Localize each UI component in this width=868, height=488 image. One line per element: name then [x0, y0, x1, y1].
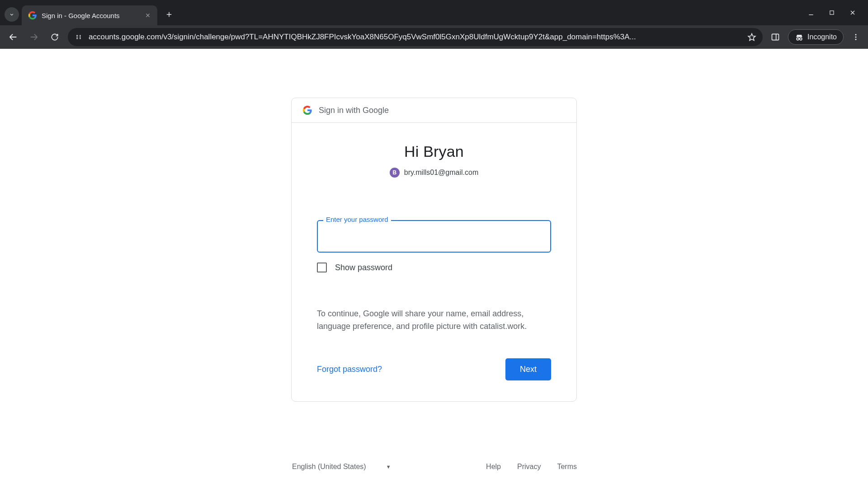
svg-point-5 — [797, 38, 799, 40]
language-label: English (United States) — [292, 463, 366, 471]
account-chip[interactable]: B bry.mills01@gmail.com — [317, 168, 551, 178]
page-viewport: Sign in with Google Hi Bryan B bry.mills… — [0, 49, 868, 488]
card-header-title: Sign in with Google — [319, 106, 389, 115]
language-selector[interactable]: English (United States) ▼ — [291, 461, 392, 473]
incognito-icon — [795, 33, 804, 42]
svg-point-6 — [800, 38, 802, 40]
footer-terms-link[interactable]: Terms — [557, 463, 577, 471]
window-maximize-button[interactable] — [827, 8, 836, 17]
window-minimize-button[interactable] — [807, 8, 816, 17]
page-footer: English (United States) ▼ Help Privacy T… — [291, 461, 577, 473]
svg-rect-0 — [830, 11, 834, 14]
svg-point-9 — [855, 39, 857, 40]
url-text: accounts.google.com/v3/signin/challenge/… — [89, 33, 742, 42]
dropdown-triangle-icon: ▼ — [386, 464, 391, 469]
avatar: B — [390, 168, 400, 178]
checkbox-icon — [317, 263, 327, 272]
sidepanel-icon[interactable] — [771, 33, 780, 42]
signin-card: Sign in with Google Hi Bryan B bry.mills… — [291, 98, 577, 402]
account-email: bry.mills01@gmail.com — [404, 169, 478, 177]
new-tab-button[interactable] — [161, 6, 177, 23]
show-password-toggle[interactable]: Show password — [317, 263, 551, 272]
reload-icon — [50, 33, 59, 42]
arrow-left-icon — [8, 32, 18, 42]
site-settings-icon[interactable] — [74, 33, 83, 42]
google-logo-icon — [302, 105, 312, 115]
incognito-indicator[interactable]: Incognito — [788, 29, 844, 45]
chevron-down-icon — [9, 11, 15, 18]
incognito-label: Incognito — [807, 33, 837, 41]
toolbar-right: Incognito — [768, 29, 863, 45]
tab-close-icon[interactable] — [145, 12, 151, 19]
address-bar[interactable]: accounts.google.com/v3/signin/challenge/… — [68, 28, 763, 46]
window-controls — [807, 0, 865, 25]
card-body: Hi Bryan B bry.mills01@gmail.com Enter y… — [292, 123, 576, 401]
browser-toolbar: accounts.google.com/v3/signin/challenge/… — [0, 25, 868, 49]
greeting-heading: Hi Bryan — [317, 143, 551, 160]
svg-point-1 — [80, 35, 81, 36]
card-header: Sign in with Google — [292, 98, 576, 123]
tab-search-button[interactable] — [5, 7, 19, 22]
nav-back-button[interactable] — [5, 29, 21, 45]
plus-icon — [165, 10, 173, 19]
tab-title: Sign in - Google Accounts — [42, 12, 140, 19]
nav-forward-button[interactable] — [26, 29, 42, 45]
disclosure-text: To continue, Google will share your name… — [317, 308, 551, 333]
google-favicon-icon — [28, 11, 37, 20]
footer-privacy-link[interactable]: Privacy — [517, 463, 541, 471]
svg-rect-4 — [772, 34, 779, 40]
browser-tab[interactable]: Sign in - Google Accounts — [22, 5, 157, 25]
password-label: Enter your password — [323, 216, 391, 223]
svg-point-3 — [80, 38, 81, 39]
next-button[interactable]: Next — [505, 358, 551, 380]
bookmark-star-icon[interactable] — [747, 33, 756, 42]
svg-point-7 — [855, 34, 857, 35]
arrow-right-icon — [29, 32, 39, 42]
tab-strip: Sign in - Google Accounts — [0, 0, 868, 25]
svg-point-2 — [80, 37, 81, 38]
show-password-label: Show password — [335, 263, 392, 272]
forgot-password-link[interactable]: Forgot password? — [317, 365, 382, 374]
nav-reload-button[interactable] — [47, 29, 62, 45]
footer-links: Help Privacy Terms — [486, 463, 577, 471]
password-field-wrap: Enter your password — [317, 220, 551, 253]
password-input[interactable] — [317, 220, 551, 253]
kebab-menu-icon[interactable] — [852, 33, 860, 41]
card-actions: Forgot password? Next — [317, 358, 551, 380]
svg-point-8 — [855, 37, 857, 38]
window-close-button[interactable] — [848, 8, 857, 17]
footer-help-link[interactable]: Help — [486, 463, 501, 471]
